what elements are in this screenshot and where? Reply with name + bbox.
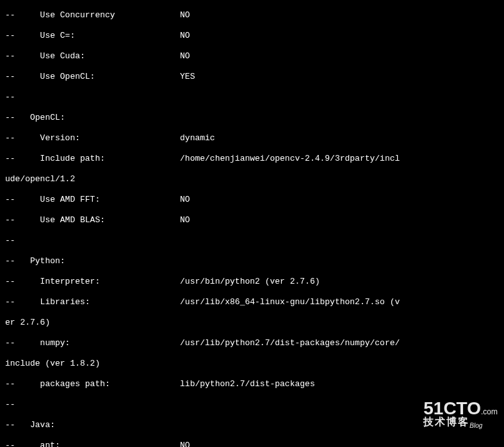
output-line: -- Include path: /home/chenjianwei/openc… xyxy=(5,154,499,164)
output-line: -- xyxy=(5,92,499,102)
output-line: -- Python: xyxy=(5,256,499,266)
output-line: er 2.7.6) xyxy=(5,318,499,328)
terminal-output: -- Use Concurrency NO -- Use C=: NO -- U… xyxy=(0,0,504,447)
output-line: -- packages path: lib/python2.7/dist-pac… xyxy=(5,379,499,389)
watermark-sub: 技术博客 xyxy=(423,416,469,427)
output-line: -- Use Concurrency NO xyxy=(5,10,499,20)
output-line: -- xyxy=(5,236,499,246)
output-line: -- Libraries: /usr/lib/x86_64-linux-gnu/… xyxy=(5,297,499,307)
watermark-suffix: .com xyxy=(481,407,498,416)
output-line: -- Use C=: NO xyxy=(5,31,499,41)
watermark: 51CTO.com 技术博客Blog xyxy=(423,403,498,431)
output-line: -- OpenCL: xyxy=(5,113,499,123)
output-line: -- Use AMD FFT: NO xyxy=(5,195,499,205)
watermark-main: 51CTO xyxy=(423,398,481,418)
output-line: ude/opencl/1.2 xyxy=(5,174,499,184)
watermark-blog: Blog xyxy=(469,422,482,429)
output-line: -- Interpreter: /usr/bin/python2 (ver 2.… xyxy=(5,277,499,287)
output-line: include (ver 1.8.2) xyxy=(5,359,499,369)
output-line: -- Use AMD BLAS: NO xyxy=(5,215,499,225)
output-line: -- Use Cuda: NO xyxy=(5,51,499,61)
output-line: -- ant: NO xyxy=(5,441,499,447)
output-line: -- Version: dynamic xyxy=(5,133,499,143)
output-line: -- Use OpenCL: YES xyxy=(5,72,499,82)
output-line: -- numpy: /usr/lib/python2.7/dist-packag… xyxy=(5,338,499,348)
